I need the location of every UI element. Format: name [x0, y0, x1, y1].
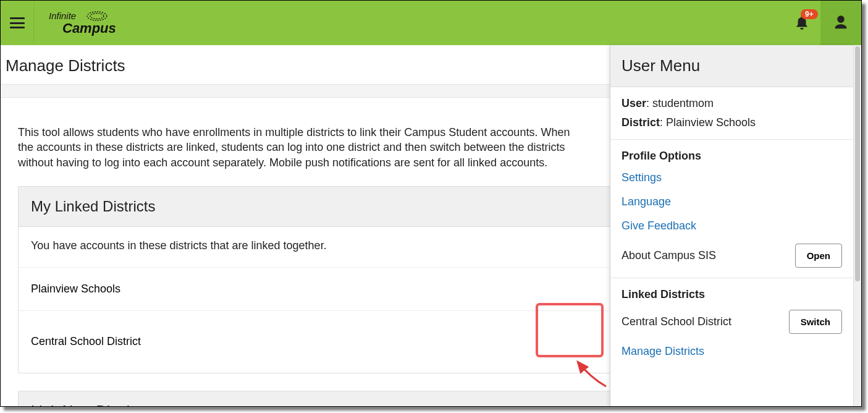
feedback-link[interactable]: Give Feedback	[622, 219, 842, 232]
user-info-block: User: studentmom District: Plainview Sch…	[610, 87, 853, 140]
language-link[interactable]: Language	[622, 195, 842, 208]
notification-badge: 9+	[801, 9, 818, 19]
hamburger-icon	[10, 17, 25, 28]
about-label: About Campus SIS	[622, 249, 716, 262]
manage-districts-link[interactable]: Manage Districts	[622, 345, 842, 358]
page-scrollbar[interactable]	[853, 45, 861, 406]
svg-point-3	[90, 14, 104, 19]
svg-text:Campus: Campus	[62, 20, 116, 36]
user-avatar-button[interactable]	[820, 1, 861, 45]
svg-text:Infinite: Infinite	[49, 11, 76, 21]
linked-districts-heading: Linked Districts	[622, 288, 842, 301]
user-menu-panel: User Menu User: studentmom District: Pla…	[610, 45, 853, 406]
profile-options-block: Profile Options Settings Language Give F…	[610, 140, 853, 278]
district-name: Plainview Schools	[31, 283, 120, 296]
app-header: Infinite Campus 9+	[1, 1, 861, 45]
user-menu-title: User Menu	[610, 45, 853, 87]
brand-logo: Infinite Campus	[49, 11, 129, 35]
user-value: studentmom	[652, 97, 714, 109]
district-name: Central School District	[31, 335, 141, 348]
user-label: User	[622, 97, 646, 109]
profile-options-heading: Profile Options	[622, 150, 842, 163]
settings-link[interactable]: Settings	[622, 171, 842, 184]
intro-text: This tool allows students who have enrol…	[1, 98, 594, 186]
linked-district-name: Central School District	[622, 315, 731, 328]
district-label: District	[622, 116, 660, 129]
notifications-button[interactable]: 9+	[783, 1, 820, 45]
linked-districts-block: Linked Districts Central School District…	[610, 278, 853, 368]
scroll-thumb[interactable]	[855, 46, 860, 281]
district-value: Plainview Schools	[666, 116, 756, 129]
switch-button[interactable]: Switch	[789, 310, 842, 334]
menu-button[interactable]	[1, 1, 34, 45]
open-button[interactable]: Open	[795, 244, 842, 268]
user-icon	[832, 14, 849, 32]
